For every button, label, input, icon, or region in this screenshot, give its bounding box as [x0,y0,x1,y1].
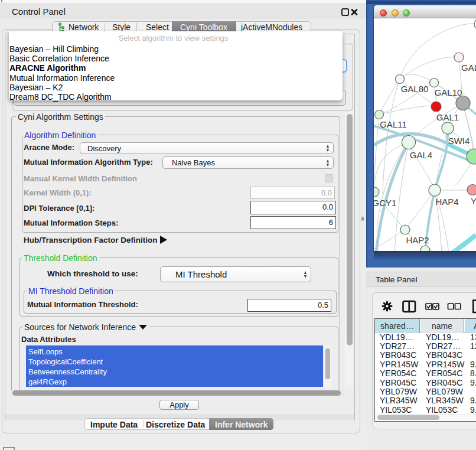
svg-text:GAL10: GAL10 [435,87,462,97]
svg-text:GCY1: GCY1 [374,198,396,208]
svg-text:GAL11: GAL11 [380,119,407,129]
svg-text:GAL4: GAL4 [410,150,432,160]
svg-text:HAP4: HAP4 [435,197,458,207]
svg-text:GAL1: GAL1 [436,112,459,122]
svg-text:HAP2: HAP2 [406,235,429,245]
svg-text:YB: YB [471,196,476,206]
svg-text:GAL80: GAL80 [401,84,429,94]
svg-text:SWI4: SWI4 [448,136,470,146]
svg-text:GAL7: GAL7 [461,63,476,73]
